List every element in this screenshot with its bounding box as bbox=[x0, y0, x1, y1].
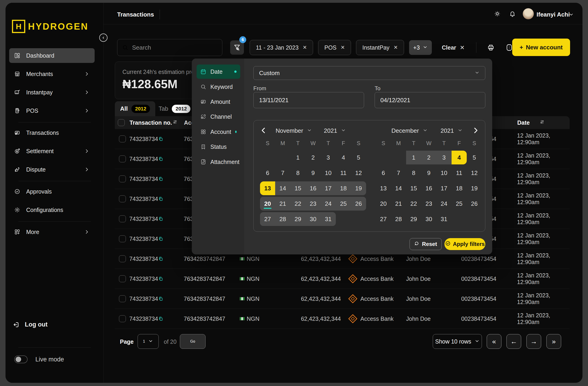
calendar-day[interactable]: 29 bbox=[290, 212, 305, 226]
calendar-day[interactable]: 28 bbox=[275, 212, 290, 226]
filter-nav-attachment[interactable]: Attachment bbox=[197, 155, 240, 169]
calendar-day[interactable]: 3 bbox=[321, 151, 336, 164]
filter-nav-keyword[interactable]: Keyword bbox=[197, 80, 240, 94]
calendar-day[interactable]: 24 bbox=[321, 197, 336, 211]
year-select[interactable]: 2021 bbox=[441, 127, 462, 134]
calendar-day[interactable]: 28 bbox=[391, 212, 406, 226]
live-mode-toggle[interactable] bbox=[14, 355, 28, 363]
calendar-day[interactable]: 19 bbox=[467, 182, 482, 195]
calendar-day[interactable]: 25 bbox=[336, 197, 351, 211]
more-filters-chip[interactable]: +3 bbox=[409, 40, 432, 55]
calendar-day[interactable]: 6 bbox=[376, 166, 391, 180]
first-page-icon[interactable]: « bbox=[487, 334, 502, 349]
reset-button[interactable]: Reset bbox=[410, 238, 442, 250]
calendar-day[interactable]: 14 bbox=[391, 182, 406, 195]
calendar-day[interactable]: 5 bbox=[467, 151, 482, 164]
calendar-day[interactable]: 10 bbox=[321, 166, 336, 180]
search-input[interactable]: Search bbox=[117, 39, 222, 56]
filter-nav-channel[interactable]: Channel bbox=[197, 110, 240, 124]
row-checkbox[interactable] bbox=[119, 295, 126, 302]
calendar-day[interactable]: 11 bbox=[336, 166, 351, 180]
calendar-day[interactable]: 26 bbox=[467, 197, 482, 211]
filter-nav-amount[interactable]: Amount bbox=[197, 95, 240, 109]
new-account-button[interactable]: + New account bbox=[512, 39, 570, 56]
prev-page-icon[interactable]: ← bbox=[506, 334, 521, 349]
next-month-icon[interactable] bbox=[471, 126, 480, 135]
col-transaction-no[interactable]: Transaction no. bbox=[129, 119, 172, 126]
row-checkbox[interactable] bbox=[119, 155, 126, 162]
sidebar-item-transactions[interactable]: Transactions bbox=[9, 125, 95, 140]
page-select[interactable]: 1 bbox=[138, 334, 159, 349]
calendar-day[interactable]: 17 bbox=[436, 182, 452, 195]
filter-chip[interactable]: POS✕ bbox=[318, 40, 351, 55]
row-checkbox[interactable] bbox=[119, 175, 126, 182]
filter-chip[interactable]: InstantPay✕ bbox=[356, 40, 404, 55]
filter-nav-status[interactable]: Status bbox=[197, 140, 240, 154]
calendar-day[interactable]: 27 bbox=[260, 212, 275, 226]
calendar-day[interactable]: 1 bbox=[406, 151, 421, 164]
copy-icon[interactable] bbox=[158, 136, 163, 142]
calendar-day[interactable]: 15 bbox=[406, 182, 421, 195]
prev-month-icon[interactable] bbox=[259, 126, 268, 135]
sort-icon[interactable] bbox=[172, 119, 178, 126]
table-row[interactable]: 7432387347634283742847NGN62,423,432,344A… bbox=[115, 269, 570, 289]
next-page-icon[interactable]: → bbox=[526, 334, 541, 349]
sidebar-item-instantpay[interactable]: Instantpay bbox=[9, 85, 95, 100]
calendar-day[interactable]: 31 bbox=[321, 212, 336, 226]
calendar-day[interactable]: 25 bbox=[452, 197, 467, 211]
row-checkbox[interactable] bbox=[119, 315, 126, 322]
close-icon[interactable]: ✕ bbox=[394, 44, 398, 51]
calendar-day[interactable]: 16 bbox=[305, 182, 321, 195]
last-page-icon[interactable]: » bbox=[546, 334, 561, 349]
calendar-day[interactable]: 14 bbox=[275, 182, 290, 195]
calendar-day[interactable]: 11 bbox=[452, 166, 467, 180]
calendar-day[interactable]: 24 bbox=[436, 197, 452, 211]
sidebar-collapse-button[interactable]: ‹ bbox=[99, 34, 107, 42]
logout-button[interactable]: Log out bbox=[12, 321, 47, 328]
calendar-day[interactable]: 20 bbox=[376, 197, 391, 211]
month-select[interactable]: December bbox=[391, 127, 428, 134]
notifications-bell-icon[interactable] bbox=[509, 10, 516, 18]
copy-icon[interactable] bbox=[158, 256, 163, 261]
copy-icon[interactable] bbox=[158, 176, 163, 182]
calendar-day[interactable]: 9 bbox=[305, 166, 321, 180]
more-options-icon[interactable] bbox=[505, 44, 513, 51]
sidebar-item-pos[interactable]: POS bbox=[9, 103, 95, 118]
calendar-day[interactable]: 2 bbox=[421, 151, 436, 164]
calendar-day[interactable]: 1 bbox=[290, 151, 305, 164]
calendar-day[interactable]: 6 bbox=[260, 166, 275, 180]
calendar-day[interactable]: 5 bbox=[351, 151, 366, 164]
calendar-day[interactable]: 23 bbox=[305, 197, 321, 211]
calendar-day[interactable]: 18 bbox=[336, 182, 351, 195]
calendar-day[interactable]: 8 bbox=[406, 166, 421, 180]
calendar-day[interactable]: 8 bbox=[290, 166, 305, 180]
calendar-day[interactable]: 29 bbox=[406, 212, 421, 226]
calendar-day[interactable]: 4 bbox=[336, 151, 351, 164]
calendar-day[interactable]: 30 bbox=[305, 212, 321, 226]
calendar-day[interactable]: 21 bbox=[275, 197, 290, 211]
calendar-day[interactable]: 2 bbox=[305, 151, 321, 164]
copy-icon[interactable] bbox=[158, 156, 163, 162]
sidebar-item-more[interactable]: More bbox=[9, 224, 95, 239]
chevron-down-icon[interactable] bbox=[569, 12, 574, 18]
calendar-day[interactable]: 10 bbox=[436, 166, 452, 180]
go-button[interactable]: Go bbox=[180, 334, 206, 349]
sort-icon[interactable] bbox=[539, 119, 545, 126]
sidebar-item-merchants[interactable]: Merchants bbox=[9, 67, 95, 81]
filter-chip[interactable]: 11 - 23 Jan 2023✕ bbox=[250, 40, 313, 55]
copy-icon[interactable] bbox=[158, 276, 163, 281]
select-all-checkbox[interactable] bbox=[118, 119, 125, 126]
sidebar-item-dispute[interactable]: Dispute bbox=[9, 162, 95, 177]
clear-filters-button[interactable]: Clear✕ bbox=[442, 44, 465, 51]
calendar-day[interactable]: 26 bbox=[351, 197, 366, 211]
theme-sun-icon[interactable] bbox=[494, 10, 501, 18]
from-date-input[interactable]: 13/11/2021 bbox=[253, 92, 364, 108]
calendar-day[interactable]: 27 bbox=[376, 212, 391, 226]
row-checkbox[interactable] bbox=[119, 136, 126, 142]
print-icon[interactable] bbox=[487, 44, 495, 51]
month-select[interactable]: November bbox=[276, 127, 312, 134]
close-icon[interactable]: ✕ bbox=[341, 44, 345, 51]
close-icon[interactable]: ✕ bbox=[303, 44, 307, 51]
table-row[interactable]: 7432387347634283742847NGN62,423,432,344A… bbox=[115, 309, 570, 329]
copy-icon[interactable] bbox=[158, 296, 163, 301]
